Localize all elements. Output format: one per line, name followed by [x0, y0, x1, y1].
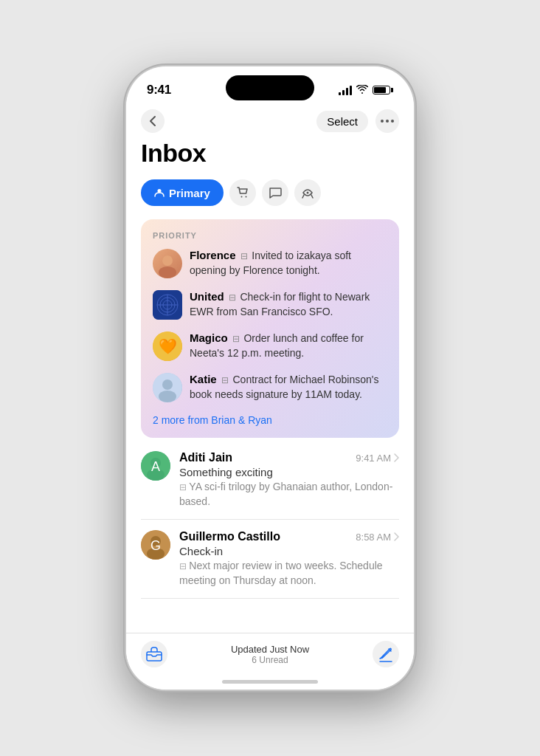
email-sender-guillermo: Guillermo Castillo	[179, 530, 280, 543]
more-link[interactable]: 2 more from Brian & Ryan	[153, 414, 387, 426]
email-subject-aditi: Something exciting	[179, 466, 399, 478]
priority-label: PRIORITY	[153, 231, 387, 240]
signal-icon	[339, 86, 352, 95]
priority-item-katie[interactable]: Katie ⊟ Contract for Michael Robinson's …	[153, 373, 387, 402]
nav-bar: Select	[126, 103, 414, 139]
avatar-united	[153, 290, 182, 320]
tab-shopping[interactable]	[229, 179, 256, 206]
email-summary-aditi: ⊟ YA sci-fi trilogy by Ghanaian author, …	[179, 480, 399, 509]
priority-text-united: United ⊟ Check-in for flight to Newark E…	[190, 290, 387, 319]
tab-messages[interactable]	[262, 179, 288, 206]
tab-bar: Primary	[141, 179, 399, 206]
back-button[interactable]	[141, 109, 165, 133]
email-item-guillermo[interactable]: G Guillermo Castillo 8:58 AM Check-in	[141, 520, 399, 599]
chevron-right-icon	[394, 453, 399, 462]
tab-primary-label: Primary	[169, 187, 210, 199]
compose-button[interactable]	[373, 641, 399, 667]
priority-section: PRIORITY Florence ⊟ Invited to izakaya s…	[141, 219, 399, 438]
priority-text-katie: Katie ⊟ Contract for Michael Robinson's …	[190, 373, 387, 402]
priority-text-florence: Florence ⊟ Invited to izakaya soft openi…	[190, 249, 387, 278]
svg-text:🧡: 🧡	[159, 337, 177, 355]
email-subject-guillermo: Check-in	[179, 545, 399, 557]
select-button[interactable]: Select	[316, 111, 368, 132]
svg-point-1	[386, 120, 389, 123]
email-sender-aditi: Aditi Jain	[179, 451, 232, 464]
chevron-right-icon-2	[394, 532, 399, 541]
email-time-aditi: 9:41 AM	[356, 453, 391, 464]
priority-item-florence[interactable]: Florence ⊟ Invited to izakaya soft openi…	[153, 249, 387, 278]
phone-screen: 9:41	[126, 66, 414, 690]
avatar-guillermo: G	[141, 530, 170, 560]
svg-point-8	[159, 267, 176, 278]
avatar-aditi: A	[141, 451, 170, 481]
battery-icon	[373, 86, 393, 94]
status-icons	[339, 85, 393, 96]
email-item-aditi[interactable]: A Aditi Jain 9:41 AM Something exciting	[141, 441, 399, 520]
priority-text-magico: Magico ⊟ Order lunch and coffee for Neet…	[190, 331, 387, 360]
email-time-guillermo: 8:58 AM	[356, 532, 391, 543]
svg-point-6	[306, 192, 308, 194]
avatar-magico: 🧡	[153, 331, 182, 361]
wifi-icon	[356, 85, 368, 96]
unread-label: 6 Unread	[231, 655, 309, 665]
dynamic-island	[226, 75, 314, 100]
svg-point-4	[240, 196, 242, 198]
email-content-guillermo: Guillermo Castillo 8:58 AM Check-in ⊟ Ne…	[179, 530, 399, 588]
email-summary-guillermo: ⊟ Next major review in two weeks. Schedu…	[179, 559, 399, 588]
email-content-aditi: Aditi Jain 9:41 AM Something exciting ⊟ …	[179, 451, 399, 509]
phone-frame: 9:41	[126, 66, 414, 690]
status-time: 9:41	[147, 83, 171, 97]
svg-point-20	[159, 391, 176, 402]
tab-promotions[interactable]	[294, 179, 321, 206]
svg-point-5	[245, 196, 246, 198]
svg-point-9	[162, 255, 173, 266]
avatar-florence	[153, 249, 182, 278]
mailboxes-button[interactable]	[141, 641, 167, 667]
home-indicator	[222, 680, 318, 684]
svg-point-19	[162, 379, 173, 390]
bottom-status: Updated Just Now 6 Unread	[231, 644, 309, 665]
svg-point-0	[381, 120, 384, 123]
svg-text:G: G	[150, 538, 161, 553]
email-header-guillermo: Guillermo Castillo 8:58 AM	[179, 530, 399, 543]
svg-point-2	[391, 120, 394, 123]
email-meta-aditi: 9:41 AM	[356, 453, 399, 464]
content-area: Inbox Primary	[126, 139, 414, 633]
priority-item-magico[interactable]: 🧡 Magico ⊟ Order lunch and coffee for Ne…	[153, 331, 387, 361]
avatar-katie	[153, 373, 182, 402]
email-meta-guillermo: 8:58 AM	[356, 532, 399, 543]
email-header-aditi: Aditi Jain 9:41 AM	[179, 451, 399, 464]
tab-primary[interactable]: Primary	[141, 179, 224, 206]
updated-label: Updated Just Now	[231, 644, 309, 655]
nav-actions: Select	[316, 109, 399, 133]
more-button[interactable]	[375, 109, 399, 133]
priority-item-united[interactable]: United ⊟ Check-in for flight to Newark E…	[153, 290, 387, 320]
person-icon	[154, 188, 165, 198]
inbox-title: Inbox	[141, 139, 399, 168]
svg-text:A: A	[151, 459, 160, 474]
